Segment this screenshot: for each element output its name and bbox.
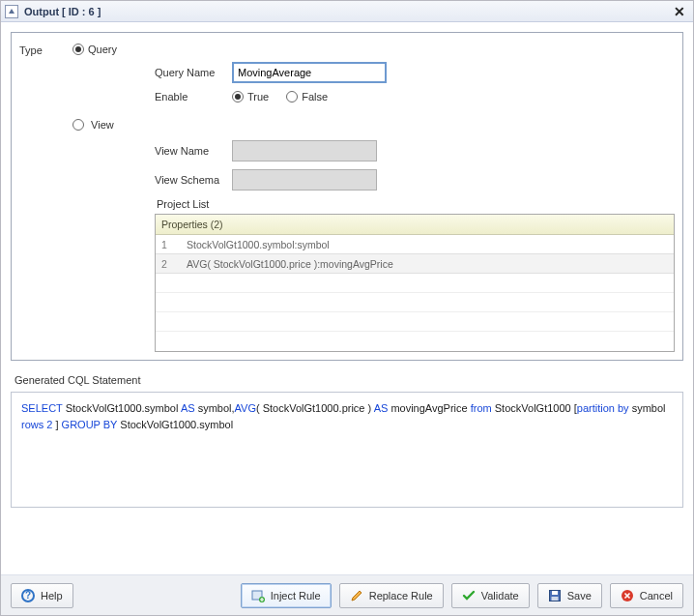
cql-ident: StockVolGt1000 [ — [492, 402, 577, 414]
view-name-label: View Name — [155, 145, 232, 157]
cql-ident: symbol — [629, 402, 666, 414]
validate-button-label: Validate — [481, 590, 519, 601]
project-list-header: Properties (2) — [156, 215, 674, 235]
cancel-button-label: Cancel — [640, 590, 673, 601]
view-name-input — [232, 140, 377, 161]
table-row-empty — [156, 274, 674, 293]
type-label: Type — [19, 43, 58, 56]
view-schema-label: View Schema — [155, 174, 232, 186]
cancel-icon — [621, 589, 634, 602]
radio-enable-true[interactable] — [232, 91, 244, 103]
cql-keyword: GROUP BY — [62, 419, 118, 430]
type-row: Type Query — [19, 43, 675, 56]
row-text: StockVolGt1000.symbol:symbol — [187, 239, 330, 250]
cql-keyword: from — [471, 402, 492, 414]
cql-ident: ] — [52, 419, 61, 430]
enable-row: Enable True False — [155, 91, 675, 103]
button-bar: ? Help Inject Rule Replace Rule Validate — [1, 574, 693, 615]
view-name-row: View Name — [155, 140, 675, 161]
help-icon: ? — [21, 589, 35, 602]
close-icon[interactable]: ✕ — [670, 4, 689, 19]
query-name-input[interactable] — [232, 62, 387, 83]
cancel-button[interactable]: Cancel — [610, 583, 683, 608]
cql-keyword: AVG — [235, 402, 256, 414]
view-radio-row: View — [72, 118, 675, 131]
row-text: AVG( StockVolGt1000.price ):movingAvgPri… — [187, 258, 393, 270]
cql-keyword: partition by — [577, 402, 629, 414]
collapse-icon[interactable] — [5, 5, 18, 18]
cql-keyword: AS — [374, 402, 389, 414]
titlebar: Output [ ID : 6 ] ✕ — [1, 1, 693, 22]
row-num: 2 — [161, 258, 187, 270]
cql-ident: symbol, — [195, 402, 235, 414]
table-row[interactable]: 2 AVG( StockVolGt1000.price ):movingAvgP… — [156, 254, 674, 274]
inject-rule-button[interactable]: Inject Rule — [241, 583, 332, 608]
view-schema-row: View Schema — [155, 169, 675, 191]
inject-icon — [251, 589, 265, 602]
cql-ident: movingAvgPrice — [388, 402, 470, 414]
radio-view-label: View — [91, 119, 114, 131]
cql-keyword: rows 2 — [21, 419, 52, 430]
project-list-table: Properties (2) 1 StockVolGt1000.symbol:s… — [155, 214, 675, 352]
radio-enable-false[interactable] — [286, 91, 298, 103]
check-icon — [462, 589, 476, 602]
replace-rule-button[interactable]: Replace Rule — [339, 583, 444, 608]
cql-ident: ( StockVolGt1000.price ) — [256, 402, 374, 414]
cql-keyword: SELECT — [21, 402, 63, 414]
pencil-icon — [350, 589, 363, 602]
validate-button[interactable]: Validate — [451, 583, 530, 608]
radio-view[interactable] — [72, 119, 84, 131]
save-button-label: Save — [567, 590, 592, 601]
inject-button-label: Inject Rule — [271, 590, 321, 601]
radio-enable-true-label: True — [247, 91, 269, 103]
output-dialog: Output [ ID : 6 ] ✕ Type Query Query Nam… — [0, 0, 694, 616]
query-name-label: Query Name — [155, 67, 232, 78]
help-button[interactable]: ? Help — [11, 583, 73, 608]
cql-statement: SELECT StockVolGt1000.symbol AS symbol,A… — [11, 392, 683, 508]
config-panel: Type Query Query Name Enable True — [11, 32, 683, 361]
replace-button-label: Replace Rule — [369, 590, 433, 601]
table-row-empty — [156, 293, 674, 312]
cql-ident: StockVolGt1000.symbol — [63, 402, 181, 414]
radio-query-label: Query — [88, 44, 117, 55]
dialog-title: Output [ ID : 6 ] — [24, 6, 670, 17]
radio-query[interactable] — [72, 44, 84, 55]
radio-enable-false-label: False — [302, 91, 328, 103]
view-form: View Name View Schema Project List Prope… — [155, 140, 675, 352]
save-icon — [548, 589, 562, 602]
query-form: Query Name Enable True False — [155, 62, 675, 103]
cql-ident: StockVolGt1000.symbol — [117, 419, 233, 430]
table-row-empty — [156, 332, 674, 351]
view-schema-input — [232, 169, 377, 191]
query-name-row: Query Name — [155, 62, 675, 83]
svg-rect-4 — [551, 597, 558, 601]
project-list-label: Project List — [157, 198, 675, 210]
dialog-content: Type Query Query Name Enable True — [1, 22, 693, 574]
table-row-empty — [156, 312, 674, 332]
cql-label: Generated CQL Statement — [14, 374, 683, 386]
enable-label: Enable — [155, 91, 232, 103]
save-button[interactable]: Save — [537, 583, 602, 608]
table-row[interactable]: 1 StockVolGt1000.symbol:symbol — [156, 235, 674, 254]
help-button-label: Help — [41, 590, 63, 601]
row-num: 1 — [161, 239, 187, 250]
cql-keyword: AS — [181, 402, 195, 414]
svg-rect-3 — [552, 591, 558, 595]
